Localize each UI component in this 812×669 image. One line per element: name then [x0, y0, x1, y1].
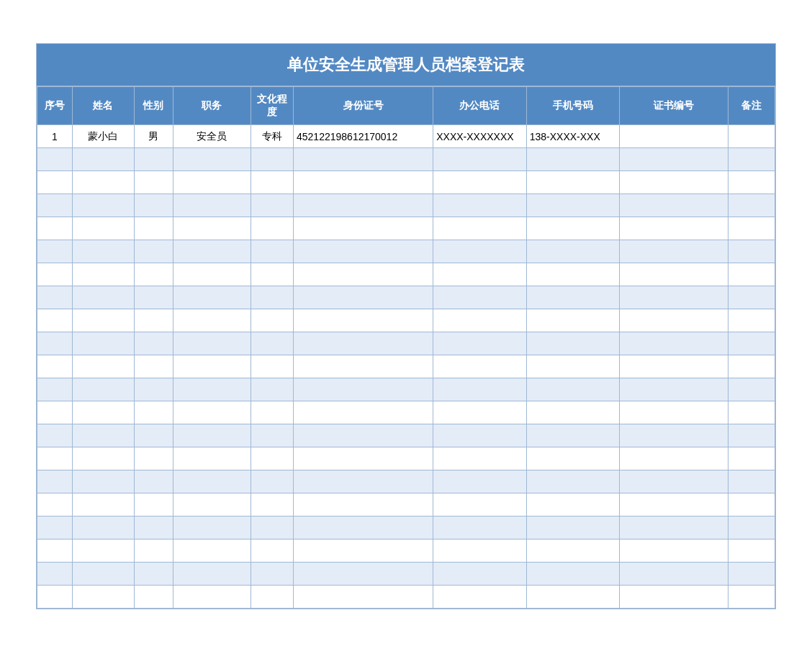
cell-id_number: [294, 286, 433, 309]
cell-office_phone: [433, 563, 526, 586]
cell-note: [728, 125, 775, 148]
col-header-mobile: 手机号码: [526, 87, 619, 125]
cell-position: [173, 309, 251, 332]
cell-mobile: [526, 332, 619, 355]
cell-seq: [37, 148, 73, 171]
cell-cert_no: [620, 493, 728, 516]
cell-note: [728, 401, 775, 424]
cell-position: [173, 148, 251, 171]
table-row: [37, 424, 775, 447]
cell-office_phone: [433, 217, 526, 240]
cell-education: [251, 447, 293, 470]
cell-education: [251, 355, 293, 378]
cell-education: [251, 194, 293, 217]
cell-seq: [37, 378, 73, 401]
cell-gender: [134, 540, 173, 563]
cell-id_number: [294, 401, 433, 424]
cell-gender: [134, 171, 173, 194]
cell-name: [72, 586, 134, 609]
cell-seq: [37, 217, 73, 240]
header-row: 序号 姓名 性别 职务 文化程度 身份证号 办公电话 手机号码 证书编号 备注: [37, 87, 775, 125]
cell-cert_no: [620, 563, 728, 586]
cell-education: [251, 309, 293, 332]
cell-office_phone: [433, 194, 526, 217]
cell-name: [72, 470, 134, 493]
cell-position: [173, 286, 251, 309]
cell-gender: [134, 516, 173, 540]
cell-position: [173, 493, 251, 516]
cell-mobile: [526, 286, 619, 309]
cell-gender: [134, 401, 173, 424]
cell-name: [72, 401, 134, 424]
cell-id_number: 452122198612170012: [294, 125, 433, 148]
cell-mobile: [526, 424, 619, 447]
cell-gender: [134, 286, 173, 309]
cell-seq: [37, 424, 73, 447]
cell-note: [728, 309, 775, 332]
cell-education: [251, 470, 293, 493]
cell-seq: [37, 240, 73, 263]
col-header-name: 姓名: [72, 87, 134, 125]
cell-seq: [37, 194, 73, 217]
cell-education: [251, 148, 293, 171]
cell-cert_no: [620, 540, 728, 563]
cell-office_phone: [433, 401, 526, 424]
cell-seq: [37, 355, 73, 378]
cell-office_phone: [433, 332, 526, 355]
cell-cert_no: [620, 148, 728, 171]
cell-mobile: [526, 309, 619, 332]
cell-position: [173, 194, 251, 217]
cell-position: [173, 563, 251, 586]
cell-gender: [134, 378, 173, 401]
cell-id_number: [294, 563, 433, 586]
table-row: [37, 470, 775, 493]
cell-id_number: [294, 194, 433, 217]
cell-gender: [134, 470, 173, 493]
cell-seq: [37, 309, 73, 332]
cell-name: [72, 194, 134, 217]
cell-name: [72, 493, 134, 516]
table-row: [37, 171, 775, 194]
table-row: [37, 286, 775, 309]
cell-mobile: [526, 148, 619, 171]
cell-note: [728, 171, 775, 194]
cell-cert_no: [620, 424, 728, 447]
cell-position: [173, 447, 251, 470]
cell-mobile: [526, 447, 619, 470]
cell-name: [72, 286, 134, 309]
cell-cert_no: [620, 447, 728, 470]
cell-note: [728, 493, 775, 516]
cell-seq: 1: [37, 125, 73, 148]
cell-position: [173, 540, 251, 563]
cell-position: [173, 332, 251, 355]
cell-office_phone: [433, 148, 526, 171]
cell-office_phone: [433, 470, 526, 493]
cell-education: [251, 563, 293, 586]
cell-mobile: [526, 493, 619, 516]
cell-id_number: [294, 240, 433, 263]
cell-position: [173, 586, 251, 609]
cell-gender: [134, 355, 173, 378]
cell-office_phone: [433, 355, 526, 378]
cell-seq: [37, 171, 73, 194]
cell-name: 蒙小白: [72, 125, 134, 148]
cell-name: [72, 424, 134, 447]
table-row: [37, 586, 775, 609]
personnel-register-table: 单位安全生成管理人员档案登记表 序号 姓名 性别 职务 文化程度 身份证号 办公…: [36, 43, 776, 609]
cell-mobile: [526, 516, 619, 540]
cell-name: [72, 447, 134, 470]
cell-id_number: [294, 217, 433, 240]
table-row: [37, 540, 775, 563]
col-header-seq: 序号: [37, 87, 73, 125]
cell-mobile: [526, 540, 619, 563]
cell-office_phone: [433, 447, 526, 470]
cell-cert_no: [620, 355, 728, 378]
cell-gender: [134, 240, 173, 263]
cell-seq: [37, 540, 73, 563]
cell-position: [173, 355, 251, 378]
cell-cert_no: [620, 125, 728, 148]
cell-education: [251, 586, 293, 609]
data-table: 序号 姓名 性别 职务 文化程度 身份证号 办公电话 手机号码 证书编号 备注 …: [37, 86, 775, 609]
cell-mobile: [526, 194, 619, 217]
cell-note: [728, 148, 775, 171]
